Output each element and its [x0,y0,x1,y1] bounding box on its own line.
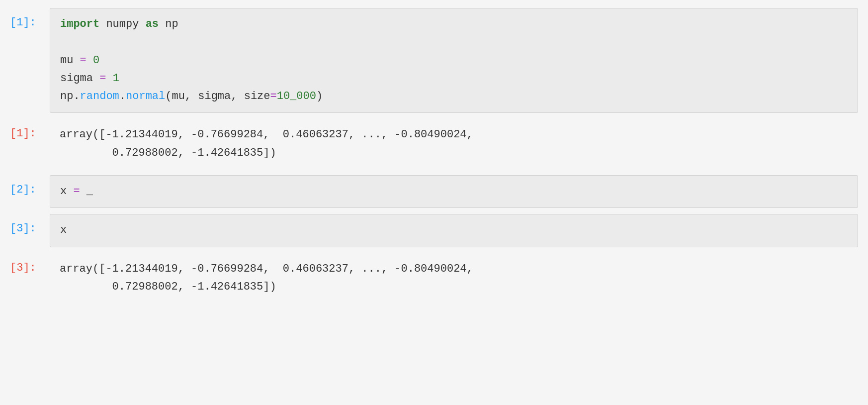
output-line-2: 0.72988002, -1.42641835]) [60,144,848,162]
code-text: x [60,185,73,198]
code-text: x [60,224,67,236]
code-value: 10_000 [277,90,316,102]
operator-equals: = [73,185,80,198]
cell-2-input-content[interactable]: x = _ [50,175,858,208]
cell-2-input-label: [2]: [0,172,50,211]
code-line-x-assign: x = _ [60,183,848,201]
cell-1-input-label: [1]: [0,5,50,116]
code-text: np [159,18,178,30]
code-line-1: import numpy as np [60,15,848,33]
cell-3-input-content[interactable]: x [50,214,858,247]
operator-equals: = [80,54,87,67]
output-line-1: array([-1.21344019, -0.76699284, 0.46063… [60,126,848,144]
cell-3-input-label: [3]: [0,211,50,250]
output-line-3-2: 0.72988002, -1.42641835]) [60,278,848,296]
code-line-x: x [60,221,848,239]
code-text: ) [316,90,323,102]
cell-3-output-content: array([-1.21344019, -0.76699284, 0.46063… [50,253,858,304]
code-text: (mu, sigma, size [165,90,270,102]
code-line-3: sigma = 1 [60,70,848,88]
code-text: _ [80,185,93,198]
code-text: sigma [60,72,99,85]
code-text: np [60,90,73,102]
code-value: 0 [93,54,99,67]
operator-equals: = [99,72,106,85]
method-normal: normal [126,90,165,102]
code-line-4: np.random.normal(mu, sigma, size=10_000) [60,88,848,105]
code-text: mu [60,54,80,67]
operator-equals-param: = [270,90,276,102]
code-value: 1 [113,72,119,85]
cell-3-output-label: [3]: [0,250,50,306]
method-random: random [80,90,119,102]
cell-1-input-content[interactable]: import numpy as np mu = 0 sigma = 1 np.r… [50,8,858,113]
code-dot: . [73,90,80,102]
cell-1-output-label: [1]: [0,116,50,172]
code-line-blank [60,33,848,51]
output-line-3-1: array([-1.21344019, -0.76699284, 0.46063… [60,260,848,278]
code-text: numpy [99,18,145,30]
code-text [87,54,93,67]
keyword-import: import [60,18,99,30]
code-text [106,72,112,85]
cell-1-output-container: [1]: array([-1.21344019, -0.76699284, 0.… [0,116,868,172]
cell-2-input-container: [2]: x = _ [0,172,868,211]
cell-3-input-container: [3]: x [0,211,868,250]
cell-1-output-content: array([-1.21344019, -0.76699284, 0.46063… [50,119,858,169]
code-line-2: mu = 0 [60,52,848,70]
code-dot: . [119,90,126,102]
keyword-as: as [146,18,159,30]
cell-3-output-container: [3]: array([-1.21344019, -0.76699284, 0.… [0,250,868,306]
cell-1-input-container: [1]: import numpy as np mu = 0 sigma = 1… [0,5,868,116]
notebook: [1]: import numpy as np mu = 0 sigma = 1… [0,0,868,311]
